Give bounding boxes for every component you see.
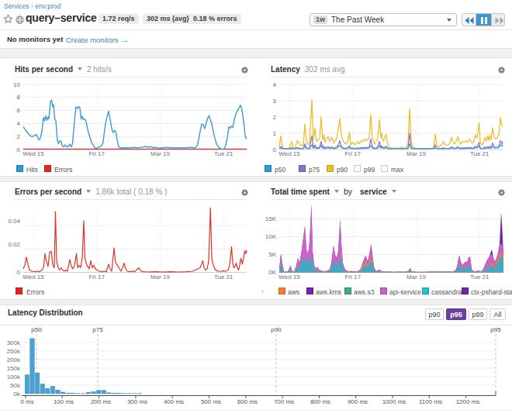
svg-text:Fri 17: Fri 17 (88, 150, 105, 157)
svg-text:200 ms: 200 ms (91, 398, 111, 405)
svg-text:500 ms: 500 ms (201, 398, 221, 405)
svg-text:4: 4 (273, 81, 277, 88)
svg-text:6: 6 (17, 107, 21, 114)
svg-text:Tue 21: Tue 21 (214, 274, 234, 281)
svg-text:700 ms: 700 ms (274, 398, 294, 405)
svg-text:4: 4 (17, 120, 21, 127)
svg-text:Wed 15: Wed 15 (22, 274, 44, 281)
svg-text:Mar 19: Mar 19 (150, 150, 170, 157)
svg-text:250k: 250k (7, 348, 21, 355)
svg-text:15K: 15K (265, 215, 277, 222)
svg-text:3: 3 (273, 98, 277, 105)
svg-text:Tue 21: Tue 21 (470, 150, 490, 157)
svg-text:1200 ms: 1200 ms (456, 398, 480, 405)
svg-text:400 ms: 400 ms (164, 398, 184, 405)
svg-text:p90: p90 (271, 326, 282, 333)
svg-text:100k: 100k (7, 374, 21, 380)
svg-text:0: 0 (17, 269, 21, 276)
svg-text:1000 ms: 1000 ms (382, 398, 406, 405)
svg-text:Fri 17: Fri 17 (344, 274, 361, 281)
svg-text:300 ms: 300 ms (127, 398, 147, 405)
svg-text:Wed 15: Wed 15 (22, 150, 44, 157)
svg-text:2: 2 (273, 114, 277, 121)
svg-text:2: 2 (17, 133, 21, 140)
svg-text:1100 ms: 1100 ms (419, 398, 442, 405)
svg-text:p95: p95 (490, 326, 501, 333)
svg-text:800 ms: 800 ms (310, 398, 330, 405)
svg-text:p50: p50 (31, 326, 42, 333)
svg-text:Fri 17: Fri 17 (344, 150, 361, 157)
svg-text:0.04: 0.04 (8, 218, 20, 225)
svg-text:Mar 19: Mar 19 (406, 274, 426, 281)
svg-text:600 ms: 600 ms (237, 398, 258, 405)
svg-text:900 ms: 900 ms (348, 398, 368, 405)
svg-text:150k: 150k (7, 365, 21, 372)
svg-text:0.02: 0.02 (8, 241, 20, 248)
svg-text:1: 1 (273, 130, 277, 137)
svg-text:Mar 19: Mar 19 (150, 274, 170, 281)
svg-text:Wed 15: Wed 15 (278, 150, 300, 157)
svg-text:p75: p75 (92, 326, 103, 333)
svg-text:10K: 10K (265, 233, 277, 240)
svg-text:50k: 50k (10, 382, 21, 389)
svg-text:0K: 0K (268, 269, 276, 276)
svg-text:0 ms: 0 ms (20, 398, 33, 405)
svg-text:Fri 17: Fri 17 (88, 274, 105, 281)
svg-text:0: 0 (17, 146, 21, 153)
svg-text:Tue 21: Tue 21 (214, 150, 234, 157)
svg-text:100 ms: 100 ms (54, 398, 74, 405)
svg-text:0k: 0k (14, 391, 21, 398)
svg-text:200k: 200k (7, 356, 21, 363)
svg-text:Wed 15: Wed 15 (278, 274, 300, 281)
svg-text:0: 0 (273, 146, 277, 153)
svg-text:5K: 5K (268, 251, 276, 258)
svg-text:8: 8 (17, 94, 21, 101)
svg-text:10: 10 (13, 81, 20, 88)
svg-text:Tue 21: Tue 21 (470, 274, 490, 281)
svg-text:300k: 300k (7, 339, 21, 346)
svg-text:Mar 19: Mar 19 (406, 150, 426, 157)
